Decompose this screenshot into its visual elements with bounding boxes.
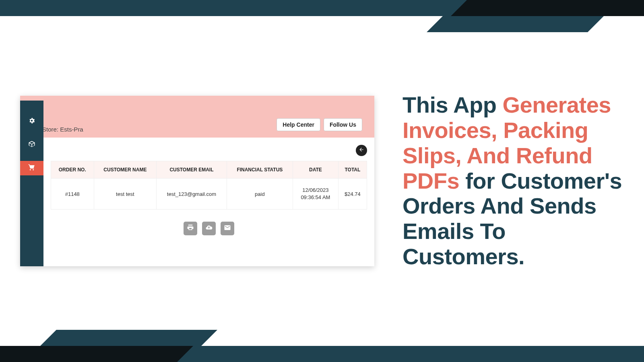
sidebar [20,101,43,266]
cell-total: $24.74 [338,179,367,210]
sidebar-item-templates[interactable] [20,138,43,152]
sidebar-item-settings[interactable] [20,114,43,129]
cell-date: 12/06/2023 09:36:54 AM [293,179,338,210]
table-header-row: ORDER NO. CUSTOMER NAME CUSTOMER EMAIL F… [51,161,367,179]
app-card: Store: Ests-Pra Help Center Follow Us [20,96,374,266]
cell-customer-name: test test [94,179,157,210]
printer-icon [187,224,194,233]
bottom-black-tab [0,346,193,362]
col-date: DATE [293,161,338,179]
main-panel: ORDER NO. CUSTOMER NAME CUSTOMER EMAIL F… [43,138,374,266]
arrow-left-icon [359,147,364,154]
col-order-no: ORDER NO. [51,161,94,179]
store-name: Ests-Pra [60,126,83,133]
sidebar-item-orders[interactable] [20,161,43,175]
store-label: Store: Ests-Pra [42,126,83,133]
back-row [51,145,367,156]
orders-table: ORDER NO. CUSTOMER NAME CUSTOMER EMAIL F… [51,161,367,210]
cell-customer-email: test_123@gmail.com [157,179,227,210]
download-button[interactable] [202,222,216,235]
follow-us-button[interactable]: Follow Us [324,118,362,131]
cart-icon [28,164,35,173]
cell-date-line2: 09:36:54 AM [296,194,335,201]
cloud-download-icon [205,224,213,233]
email-button[interactable] [221,222,234,235]
marketing-headline: This App Generates Invoices, Packing Sli… [402,93,624,269]
cell-financial-status: paid [227,179,293,210]
app-header: Store: Ests-Pra Help Center Follow Us [20,96,374,138]
box-icon [28,140,35,149]
top-black-tab [451,0,644,16]
cell-date-line1: 12/06/2023 [296,187,335,194]
content-wrap: Store: Ests-Pra Help Center Follow Us [0,16,644,346]
action-row [51,210,367,235]
col-total: TOTAL [338,161,367,179]
back-button[interactable] [356,145,367,156]
cell-order-no: #1148 [51,179,94,210]
col-customer-email: CUSTOMER EMAIL [157,161,227,179]
gear-icon [28,117,35,126]
col-customer-name: CUSTOMER NAME [94,161,157,179]
print-button[interactable] [184,222,197,235]
table-row[interactable]: #1148 test test test_123@gmail.com paid … [51,179,367,210]
headline-part1: This App [402,92,503,117]
col-financial-status: FINANCIAL STATUS [227,161,293,179]
help-center-button[interactable]: Help Center [277,118,320,131]
mail-icon [224,224,231,233]
store-prefix: Store: [42,126,58,133]
app-body: ORDER NO. CUSTOMER NAME CUSTOMER EMAIL F… [20,138,374,266]
header-buttons: Help Center Follow Us [277,118,362,131]
